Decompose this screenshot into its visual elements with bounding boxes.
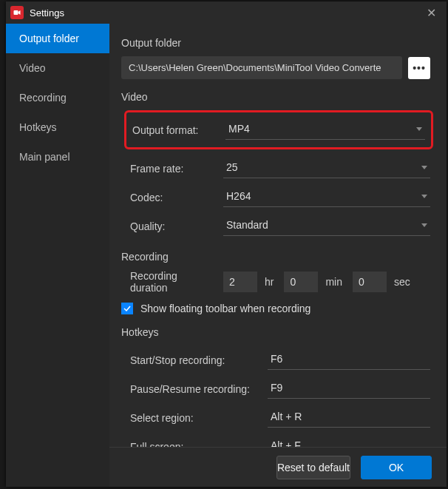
sidebar-item-main-panel[interactable]: Main panel [6, 142, 109, 172]
hotkey-selectregion-input[interactable] [268, 408, 430, 428]
output-format-value: MP4 [228, 123, 250, 135]
section-heading-output-folder: Output folder [121, 37, 430, 49]
check-icon [123, 304, 132, 313]
hotkey-pauseresume-input[interactable] [268, 379, 430, 399]
main: Output folder ••• Video Output format: M… [109, 24, 447, 487]
highlight-output-format: Output format: MP4 [124, 110, 433, 149]
close-icon: ✕ [427, 6, 436, 20]
duration-hr-input[interactable] [223, 272, 257, 292]
close-button[interactable]: ✕ [420, 1, 442, 24]
hotkey-pauseresume-label: Pause/Resume recording: [130, 383, 268, 395]
body: Output folder Video Recording Hotkeys Ma… [6, 24, 447, 487]
hotkey-fullscreen-label: Full screen: [130, 441, 268, 448]
frame-rate-value: 25 [226, 161, 238, 173]
quality-value: Standard [226, 219, 268, 231]
window-title: Settings [30, 7, 420, 18]
section-heading-video: Video [121, 91, 430, 103]
sidebar: Output folder Video Recording Hotkeys Ma… [6, 24, 109, 487]
sidebar-item-output-folder[interactable]: Output folder [6, 24, 109, 53]
hotkey-startstop-input[interactable] [268, 350, 430, 370]
hotkey-fullscreen-input[interactable] [268, 436, 430, 447]
recording-duration-label: Recording duration [130, 270, 217, 294]
app-icon [10, 6, 24, 19]
chevron-down-icon [421, 166, 427, 169]
sidebar-item-label: Recording [19, 92, 67, 104]
min-unit: min [325, 276, 342, 288]
ok-button[interactable]: OK [361, 456, 432, 479]
footer: Reset to default OK [109, 447, 447, 487]
frame-rate-dropdown[interactable]: 25 [223, 158, 430, 178]
recording-duration-row: Recording duration hr min sec [130, 270, 430, 294]
output-folder-input[interactable] [121, 56, 402, 79]
codec-value: H264 [226, 190, 251, 202]
quality-dropdown[interactable]: Standard [223, 216, 430, 236]
floating-toolbar-checkbox[interactable] [121, 303, 133, 314]
floating-toolbar-label: Show floating toolbar when recording [140, 303, 310, 314]
chevron-down-icon [421, 195, 427, 198]
chevron-down-icon [421, 223, 427, 227]
sec-unit: sec [394, 276, 410, 288]
hotkey-selectregion-label: Select region: [130, 412, 268, 424]
codec-dropdown[interactable]: H264 [223, 187, 430, 207]
sidebar-item-label: Video [19, 62, 46, 74]
sidebar-item-video[interactable]: Video [6, 53, 109, 83]
section-heading-recording: Recording [121, 251, 430, 263]
sidebar-item-recording[interactable]: Recording [6, 83, 109, 112]
floating-toolbar-row: Show floating toolbar when recording [121, 303, 430, 314]
codec-label: Codec: [130, 192, 223, 203]
hr-unit: hr [265, 276, 274, 288]
content: Output folder ••• Video Output format: M… [109, 24, 447, 447]
chevron-down-icon [416, 127, 422, 131]
output-folder-row: ••• [121, 56, 430, 79]
output-format-dropdown[interactable]: MP4 [225, 120, 425, 140]
quality-label: Quality: [130, 220, 223, 232]
settings-window: Settings ✕ Output folder Video Recording… [6, 1, 447, 487]
ellipsis-icon: ••• [413, 62, 426, 74]
sidebar-item-label: Hotkeys [19, 121, 57, 133]
duration-min-input[interactable] [284, 272, 318, 292]
svg-rect-0 [14, 10, 18, 15]
titlebar: Settings ✕ [6, 1, 447, 24]
duration-sec-input[interactable] [353, 272, 387, 292]
hotkey-startstop-label: Start/Stop recording: [130, 354, 268, 366]
sidebar-item-label: Main panel [19, 151, 70, 163]
frame-rate-label: Frame rate: [130, 163, 223, 175]
browse-button[interactable]: ••• [408, 57, 430, 79]
sidebar-item-label: Output folder [19, 33, 79, 44]
reset-to-default-button[interactable]: Reset to default [276, 456, 350, 479]
section-heading-hotkeys: Hotkeys [121, 326, 430, 338]
output-format-label: Output format: [132, 124, 225, 136]
sidebar-item-hotkeys[interactable]: Hotkeys [6, 112, 109, 142]
